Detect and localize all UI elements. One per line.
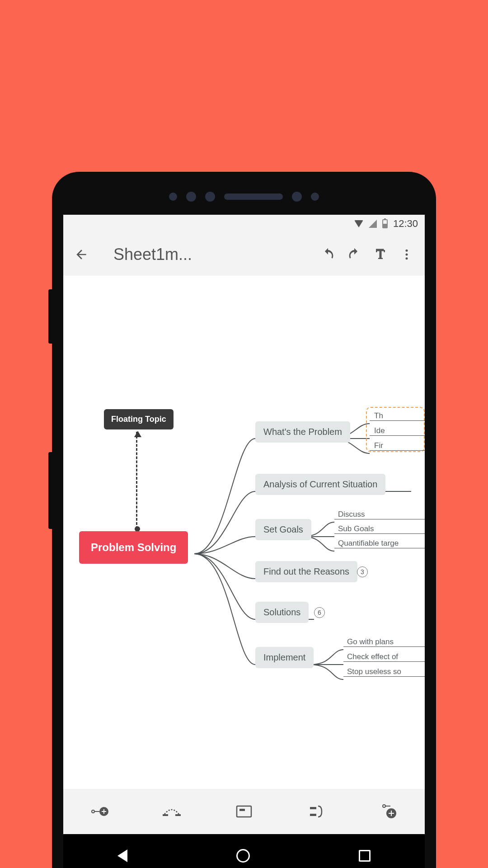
add-floating-topic-button[interactable]: [375, 798, 402, 825]
document-title: Sheet1m...: [113, 245, 313, 264]
svg-rect-8: [163, 814, 168, 816]
subtopic-node[interactable]: Set Goals: [255, 519, 311, 540]
child-count-badge[interactable]: 3: [357, 566, 368, 577]
floating-topic-node[interactable]: Floating Topic: [104, 409, 174, 429]
svg-point-2: [406, 257, 408, 259]
phone-side-button: [48, 289, 52, 344]
leaf-node[interactable]: Fir: [374, 441, 383, 450]
svg-point-14: [383, 805, 385, 807]
svg-rect-10: [237, 806, 251, 817]
app-toolbar: Sheet1m...: [63, 233, 425, 276]
svg-rect-12: [310, 807, 316, 809]
mindmap-canvas[interactable]: Floating Topic Problem Solving What's th…: [63, 276, 425, 832]
battery-icon: [382, 219, 388, 228]
add-subtopic-button[interactable]: [86, 798, 113, 825]
leaf-node[interactable]: Sub Goals: [338, 524, 374, 533]
leaf-node[interactable]: Stop useless so: [347, 667, 401, 676]
add-note-button[interactable]: [230, 798, 258, 825]
signal-icon: [369, 220, 377, 228]
status-bar: 12:30: [63, 215, 425, 233]
relationship-connector[interactable]: [136, 432, 137, 529]
subtopic-node[interactable]: Solutions: [255, 602, 309, 623]
leaf-node[interactable]: Quantifiable targe: [338, 539, 399, 548]
phone-frame: 12:30 Sheet1m...: [52, 172, 436, 868]
child-count-badge[interactable]: 6: [314, 607, 325, 618]
svg-rect-13: [310, 814, 316, 816]
format-button[interactable]: [369, 243, 392, 266]
wifi-icon: [354, 220, 363, 227]
clock: 12:30: [393, 218, 418, 230]
svg-rect-11: [239, 809, 245, 811]
add-relationship-button[interactable]: [158, 798, 185, 825]
leaf-node[interactable]: Ide: [374, 426, 385, 435]
leaf-node[interactable]: Th: [374, 411, 383, 420]
undo-button[interactable]: [317, 243, 339, 266]
subtopic-node[interactable]: Analysis of Current Situation: [255, 474, 385, 495]
screen: 12:30 Sheet1m...: [63, 215, 425, 868]
phone-sensors: [52, 188, 436, 206]
svg-rect-9: [175, 814, 181, 816]
svg-point-1: [406, 253, 408, 255]
more-button[interactable]: [395, 243, 418, 266]
leaf-node[interactable]: Check effect of: [347, 652, 398, 661]
phone-side-button: [48, 452, 52, 529]
nav-home-icon[interactable]: [236, 849, 250, 863]
android-navigation-bar: [63, 834, 425, 868]
nav-back-icon[interactable]: [117, 849, 127, 862]
svg-point-3: [92, 810, 94, 813]
add-summary-button[interactable]: [303, 798, 330, 825]
subtopic-node[interactable]: Find out the Reasons: [255, 561, 357, 582]
nav-recent-icon[interactable]: [359, 850, 371, 862]
svg-point-0: [406, 249, 408, 251]
leaf-node[interactable]: Discuss: [338, 510, 365, 519]
bottom-toolbar: [63, 789, 425, 834]
subtopic-node[interactable]: Implement: [255, 647, 314, 668]
leaf-node[interactable]: Go with plans: [347, 637, 394, 646]
back-button[interactable]: [70, 243, 93, 266]
subtopic-node[interactable]: What's the Problem: [255, 421, 350, 443]
root-node[interactable]: Problem Solving: [79, 531, 188, 564]
redo-button[interactable]: [343, 243, 366, 266]
